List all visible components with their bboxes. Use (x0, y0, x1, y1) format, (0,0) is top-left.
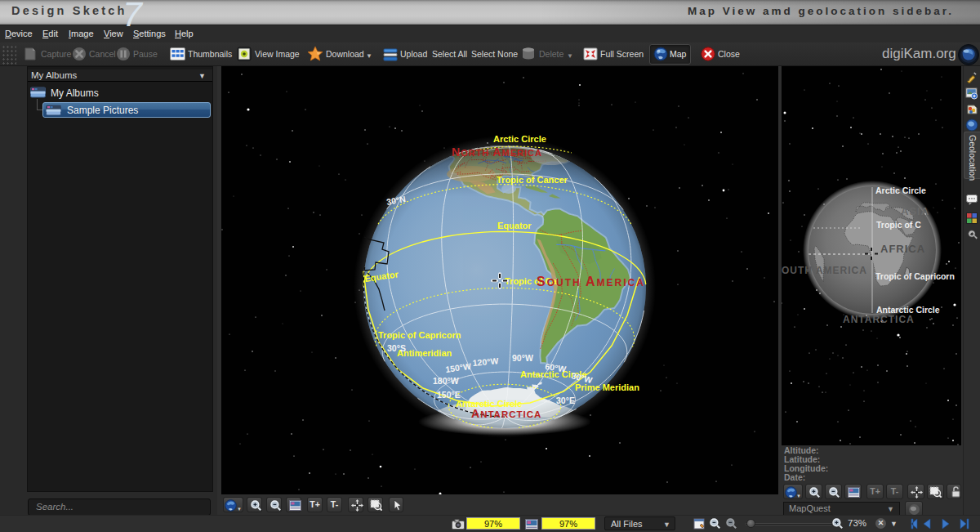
svg-text:150°E: 150°E (437, 390, 461, 400)
svg-text:ASIA: ASIA (901, 205, 929, 217)
svg-text:Equator: Equator (497, 221, 532, 230)
svg-text:Tropic of Capricorn: Tropic of Capricorn (875, 271, 955, 281)
svg-text:NORTH AMERICA: NORTH AMERICA (452, 145, 542, 159)
svg-text:SOUTH AMERICA: SOUTH AMERICA (537, 275, 645, 288)
svg-text:180°W: 180°W (433, 376, 459, 386)
svg-text:Tropic of Capricorn: Tropic of Capricorn (378, 330, 461, 340)
svg-text:Arctic Circle: Arctic Circle (875, 186, 926, 195)
svg-text:OUTH AMERICA: OUTH AMERICA (782, 265, 867, 276)
svg-text:ANTARCTICA: ANTARCTICA (843, 314, 915, 325)
svg-text:AFRICA: AFRICA (880, 243, 925, 255)
svg-text:90°W: 90°W (512, 353, 533, 363)
svg-text:Tropic of Cancer: Tropic of Cancer (497, 175, 568, 185)
svg-text:Tropic of C: Tropic of C (876, 220, 921, 230)
svg-text:30°E: 30°E (556, 396, 575, 405)
svg-text:30°S: 30°S (387, 343, 406, 353)
svg-text:Arctic Circle: Arctic Circle (493, 134, 546, 144)
svg-text:ANTARCTICA: ANTARCTICA (471, 407, 541, 420)
svg-text:Prime Meridian: Prime Meridian (575, 382, 639, 392)
svg-text:Antarctic Circle: Antarctic Circle (456, 399, 522, 409)
